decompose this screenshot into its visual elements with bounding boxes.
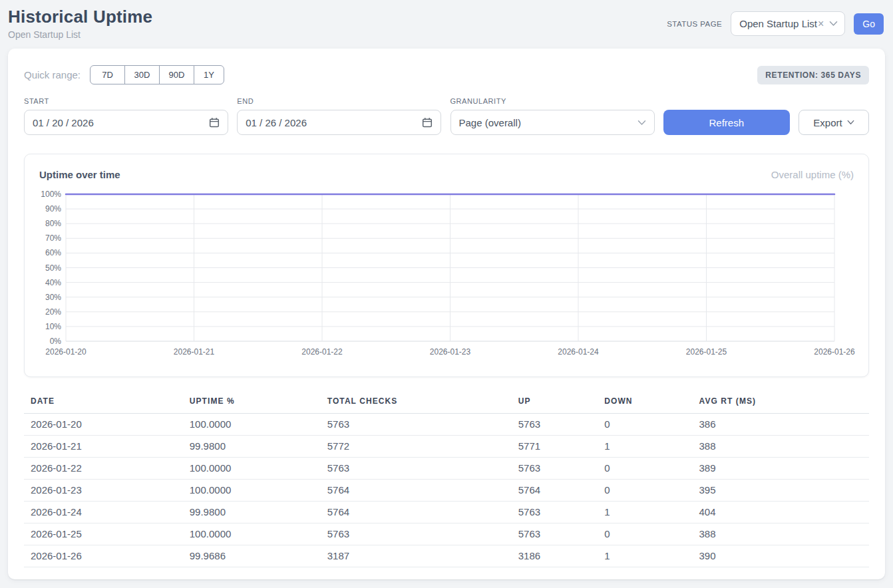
table-row: 2026-01-2499.9800576457631404 [24, 502, 869, 523]
quick-range-1y-button[interactable]: 1Y [194, 65, 224, 84]
table-cell: 2026-01-26 [24, 545, 183, 567]
table-cell: 388 [693, 436, 869, 458]
table-row: 2026-01-22100.0000576357630389 [24, 458, 869, 480]
table-cell: 404 [693, 502, 869, 523]
table-cell: 1 [598, 436, 692, 458]
column-header-up: UP [512, 393, 598, 414]
table-cell: 5763 [512, 414, 598, 436]
quick-range-label: Quick range: [24, 69, 81, 80]
table-cell: 1 [598, 502, 692, 523]
chart-legend: Overall uptime (%) [771, 169, 854, 180]
status-page-select[interactable]: Open Startup List × [731, 11, 845, 36]
table-cell: 0 [598, 480, 692, 502]
go-button[interactable]: Go [854, 13, 884, 35]
export-button-label: Export [813, 117, 842, 128]
table-cell: 0 [598, 523, 692, 545]
table-cell: 2026-01-22 [24, 458, 183, 480]
svg-text:30%: 30% [45, 293, 61, 302]
svg-text:10%: 10% [45, 322, 61, 331]
table-cell: 100.0000 [183, 523, 321, 545]
quick-range-group: 7D30D90D1Y [90, 65, 224, 84]
column-header-total-checks: TOTAL CHECKS [321, 393, 512, 414]
status-page-select-value: Open Startup List [739, 18, 817, 29]
svg-text:100%: 100% [41, 190, 61, 199]
table-cell: 100.0000 [183, 480, 321, 502]
granularity-field: GRANULARITY Page (overall) [450, 97, 655, 135]
quick-range-90d-button[interactable]: 90D [159, 65, 194, 84]
quick-range-7d-button[interactable]: 7D [90, 65, 125, 84]
export-button[interactable]: Export [799, 110, 869, 135]
start-date-input[interactable]: 01 / 20 / 2026 [24, 110, 228, 135]
table-cell: 5771 [512, 436, 598, 458]
granularity-value: Page (overall) [459, 117, 521, 128]
svg-text:2026-01-24: 2026-01-24 [558, 347, 599, 357]
start-date-field: START 01 / 20 / 2026 [24, 97, 228, 135]
svg-text:70%: 70% [45, 233, 61, 243]
table-cell: 5764 [512, 480, 598, 502]
table-header-row: DATEUPTIME %TOTAL CHECKSUPDOWNAVG RT (MS… [24, 393, 869, 414]
table-cell: 3186 [512, 545, 598, 567]
table-cell: 0 [598, 414, 692, 436]
chevron-down-icon [829, 21, 838, 27]
chevron-down-icon [847, 120, 854, 125]
uptime-line-chart: 0%10%20%30%40%50%60%70%80%90%100%2026-01… [39, 189, 856, 359]
table-header: DATEUPTIME %TOTAL CHECKSUPDOWNAVG RT (MS… [24, 393, 869, 414]
svg-text:2026-01-21: 2026-01-21 [174, 347, 215, 357]
table-cell: 5763 [512, 523, 598, 545]
granularity-select[interactable]: Page (overall) [450, 110, 655, 135]
controls-row-form: START 01 / 20 / 2026 END 01 / 26 / 2026 … [24, 97, 869, 135]
quick-range-wrap: Quick range: 7D30D90D1Y [24, 65, 224, 84]
table-cell: 5763 [321, 414, 512, 436]
table-cell: 395 [693, 480, 869, 502]
table-cell: 100.0000 [183, 414, 321, 436]
column-header-uptime: UPTIME % [183, 393, 321, 414]
page-title: Historical Uptime [8, 7, 152, 27]
svg-text:0%: 0% [50, 337, 62, 346]
table-cell: 390 [693, 545, 869, 567]
end-date-label: END [237, 97, 441, 105]
end-date-value: 01 / 26 / 2026 [246, 117, 307, 128]
table-cell: 3187 [321, 545, 512, 567]
svg-text:2026-01-25: 2026-01-25 [686, 347, 727, 357]
controls-row-top: Quick range: 7D30D90D1Y RETENTION: 365 D… [24, 65, 869, 84]
calendar-icon[interactable] [422, 117, 433, 128]
main-card: Quick range: 7D30D90D1Y RETENTION: 365 D… [8, 49, 885, 579]
svg-text:2026-01-20: 2026-01-20 [45, 347, 87, 357]
table-cell: 5763 [512, 458, 598, 480]
table-cell: 2026-01-20 [24, 414, 183, 436]
table-cell: 5772 [321, 436, 512, 458]
table-body: 2026-01-20100.00005763576303862026-01-21… [24, 414, 869, 567]
svg-text:20%: 20% [45, 307, 61, 317]
table-cell: 386 [693, 414, 869, 436]
table-row: 2026-01-2699.9686318731861390 [24, 545, 869, 567]
page-header: Historical Uptime Open Startup List STAT… [0, 0, 893, 41]
svg-text:2026-01-26: 2026-01-26 [814, 347, 855, 357]
refresh-button[interactable]: Refresh [663, 110, 790, 135]
table-cell: 2026-01-23 [24, 480, 183, 502]
calendar-icon[interactable] [209, 117, 220, 128]
quick-range-30d-button[interactable]: 30D [124, 65, 160, 84]
granularity-label: GRANULARITY [450, 97, 655, 105]
table-cell: 1 [598, 545, 692, 567]
table-cell: 2026-01-25 [24, 523, 183, 545]
uptime-table: DATEUPTIME %TOTAL CHECKSUPDOWNAVG RT (MS… [24, 393, 869, 567]
svg-text:40%: 40% [45, 278, 61, 287]
page-header-right: STATUS PAGE Open Startup List × Go [667, 11, 884, 36]
table-cell: 99.9800 [183, 502, 321, 523]
svg-text:2026-01-22: 2026-01-22 [301, 347, 343, 357]
table-cell: 2026-01-24 [24, 502, 183, 523]
table-cell: 388 [693, 523, 869, 545]
end-date-input[interactable]: 01 / 26 / 2026 [237, 110, 441, 135]
table-row: 2026-01-2199.9800577257711388 [24, 436, 869, 458]
column-header-avg-rt-ms: AVG RT (MS) [693, 393, 869, 414]
clear-icon[interactable]: × [818, 19, 824, 29]
page-header-left: Historical Uptime Open Startup List [8, 7, 152, 40]
chart-header: Uptime over time Overall uptime (%) [25, 169, 868, 180]
table-cell: 5764 [321, 480, 512, 502]
svg-text:2026-01-23: 2026-01-23 [430, 347, 471, 357]
table-cell: 100.0000 [183, 458, 321, 480]
end-date-field: END 01 / 26 / 2026 [237, 97, 441, 135]
start-date-label: START [24, 97, 228, 105]
table-cell: 5763 [321, 458, 512, 480]
table-cell: 389 [693, 458, 869, 480]
